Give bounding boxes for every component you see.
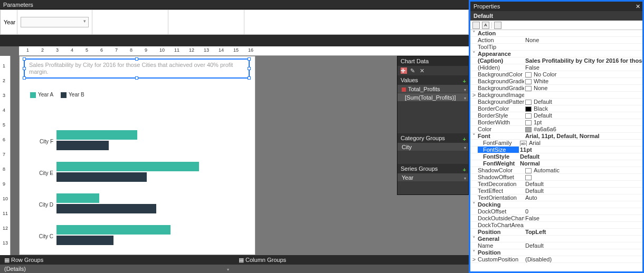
edit-icon[interactable]: ✎ — [410, 67, 416, 74]
property-row[interactable]: NameDefault — [470, 242, 642, 249]
categorized-button[interactable] — [472, 22, 480, 29]
value-row-sub[interactable]: [Sum(Total_Profits)]▾ — [397, 93, 468, 102]
parameters-body: Year — [0, 9, 469, 35]
property-row[interactable]: >BackgroundImage — [470, 92, 642, 99]
property-row[interactable]: BackgroundPatternTypeDefault — [470, 99, 642, 105]
param-label-year: Year — [1, 10, 17, 34]
property-row[interactable]: ShadowColorAutomatic — [470, 167, 642, 174]
property-row[interactable]: DockToChartArea — [470, 222, 642, 229]
property-pages-button[interactable] — [494, 22, 501, 29]
properties-toolbar: A — [470, 21, 642, 30]
horizontal-ruler: 12345678910111213141516 — [19, 46, 469, 56]
property-category[interactable]: ˅Action — [470, 30, 642, 37]
chart-bars: City FCity ECity DCity C — [32, 125, 248, 251]
alphabetical-button[interactable]: A — [482, 22, 489, 29]
property-row[interactable]: FontFamilyabArial — [470, 140, 642, 147]
property-row[interactable]: BackgroundGradientTypeNone — [470, 85, 642, 92]
property-row[interactable]: Color#a6a6a6 — [470, 126, 642, 133]
property-row[interactable]: (Hidden)False — [470, 64, 642, 71]
chart-title-selected[interactable]: Sales Profitability by City for 2016 for… — [24, 58, 250, 79]
new-icon[interactable]: ✚ — [401, 67, 407, 74]
chart-title-text[interactable]: Sales Profitability by City for 2016 for… — [25, 60, 249, 77]
series-groups-header: Series Groups+ — [397, 164, 468, 173]
properties-grid[interactable]: ˅ActionActionNoneToolTip˅Appearance(Capt… — [470, 30, 642, 271]
property-row[interactable]: BackgroundColorNo Color — [470, 71, 642, 78]
property-row[interactable]: BorderStyleDefault — [470, 112, 642, 119]
details-bar[interactable]: (Details)▾ — [0, 265, 469, 273]
property-row[interactable]: DockOutsideChartAreaFalse — [470, 215, 642, 222]
delete-icon[interactable]: ✕ — [420, 67, 426, 74]
property-row[interactable]: FontWeightNormal↖ — [470, 160, 642, 167]
property-row[interactable]: ShadowOffset — [470, 174, 642, 181]
property-row[interactable]: >CustomPosition(Disabled) — [470, 256, 642, 263]
property-row[interactable]: ToolTip — [470, 44, 642, 51]
param-blank-3 — [244, 10, 468, 34]
row-groups-label[interactable]: ▦ Row Groups — [0, 255, 234, 265]
properties-panel[interactable]: Properties✕ Default A ˅ActionActionNoneT… — [469, 0, 644, 273]
legend-item: Year A — [30, 91, 53, 98]
report-canvas[interactable]: Sales Profitability by City for 2016 for… — [19, 56, 255, 255]
property-row[interactable]: TextDecorationDefault — [470, 181, 642, 188]
value-row[interactable]: Total_Profits▾ — [397, 85, 468, 93]
property-row[interactable]: BackgroundGradientEndColorWhite — [470, 78, 642, 85]
series-row[interactable]: Year▾ — [397, 173, 468, 182]
property-row[interactable]: ActionNone — [470, 37, 642, 44]
bar-category-row: City F — [32, 125, 248, 157]
property-row[interactable]: DockOffset0 — [470, 208, 642, 215]
property-category[interactable]: ˅Position — [470, 249, 642, 256]
property-category[interactable]: ˅Appearance — [470, 51, 642, 57]
bar-category-row: City D — [32, 188, 248, 220]
properties-header: Properties✕ — [470, 2, 642, 11]
property-row[interactable]: TextEffectDefault — [470, 188, 642, 194]
legend-item: Year B — [61, 91, 84, 98]
chart-legend: Year AYear B — [30, 91, 84, 98]
property-row[interactable]: FontSize11pt — [470, 147, 642, 153]
property-row[interactable]: TextOrientationAuto — [470, 194, 642, 201]
design-canvas[interactable]: 12345678910111213141516 1234567891011121… — [0, 46, 469, 255]
property-category[interactable]: ˅Docking — [470, 201, 642, 208]
property-row[interactable]: (Caption)Sales Profitability by City for… — [470, 57, 642, 64]
param-blank-2 — [168, 10, 244, 34]
category-groups-header: Category Groups+ — [397, 133, 468, 143]
chart-data-toolbar: ✚ ✎ ✕ — [397, 66, 468, 75]
bar-category-row: City C — [32, 220, 248, 251]
property-category[interactable]: ˅FontArial, 11pt, Default, Normal — [470, 133, 642, 140]
category-row[interactable]: City▾ — [397, 143, 468, 151]
groups-bar: ▦ Row Groups ▦ Column Groups — [0, 255, 469, 265]
close-icon[interactable]: ✕ — [636, 2, 640, 11]
param-blank-1 — [92, 10, 168, 34]
property-row[interactable]: BorderColorBlack — [470, 105, 642, 112]
param-input-year[interactable] — [21, 17, 89, 27]
chart-data-panel[interactable]: Chart Data ✚ ✎ ✕ Values+ Total_Profits▾ … — [397, 56, 469, 195]
chart-data-header: Chart Data — [397, 56, 468, 66]
values-section-header: Values+ — [397, 75, 468, 85]
parameters-header: Parameters — [0, 0, 469, 9]
property-category[interactable]: ˅General — [470, 236, 642, 242]
column-groups-label[interactable]: ▦ Column Groups — [234, 255, 469, 265]
property-row[interactable]: BorderWidth1pt — [470, 119, 642, 126]
vertical-ruler: 12345678910111213 — [0, 56, 11, 255]
properties-object-name[interactable]: Default — [470, 11, 642, 21]
bar-category-row: City E — [32, 157, 248, 188]
property-row[interactable]: PositionTopLeft — [470, 229, 642, 236]
property-row[interactable]: FontStyleDefault — [470, 153, 642, 160]
